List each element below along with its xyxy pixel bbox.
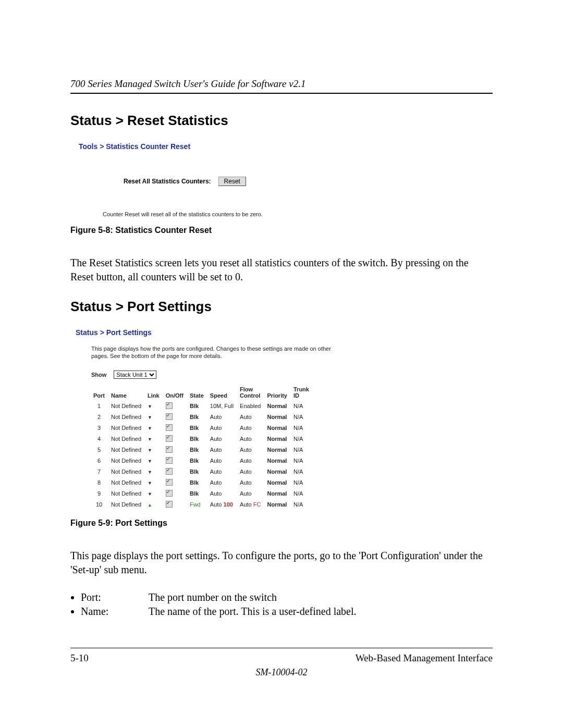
cell-priority: Normal xyxy=(265,423,291,434)
cell-name: Not Defined xyxy=(109,477,145,488)
field-term: Port: xyxy=(81,591,149,603)
heading-port-settings: Status > Port Settings xyxy=(70,299,493,315)
cell-onoff xyxy=(164,401,188,412)
cell-trunk-id: N/A xyxy=(291,488,313,499)
footer-title: Web-Based Management Interface xyxy=(356,652,493,664)
checkbox-icon[interactable] xyxy=(166,468,173,475)
cell-priority: Normal xyxy=(265,455,291,466)
breadcrumb: Status > Port Settings xyxy=(76,328,347,337)
cell-speed: 10M, Full xyxy=(208,401,238,412)
checkbox-icon[interactable] xyxy=(166,490,173,497)
cell-state: Blk xyxy=(188,434,208,445)
table-row: 10Not DefinedFwdAuto 100Auto FCNormalN/A xyxy=(91,499,313,510)
cell-speed: Auto xyxy=(208,423,238,434)
table-row: 3Not DefinedBlkAutoAutoNormalN/A xyxy=(91,423,313,434)
link-down-icon xyxy=(145,488,164,499)
table-row: 5Not DefinedBlkAutoAutoNormalN/A xyxy=(91,445,313,455)
port-settings-table: Port Name Link On/Off State Speed Flow C… xyxy=(91,385,313,510)
checkbox-icon[interactable] xyxy=(166,424,173,431)
checkbox-icon[interactable] xyxy=(166,402,173,409)
cell-name: Not Defined xyxy=(109,499,145,510)
cell-onoff xyxy=(164,499,188,510)
cell-onoff xyxy=(164,434,188,445)
heading-reset-statistics: Status > Reset Statistics xyxy=(70,113,493,129)
cell-port: 1 xyxy=(91,401,109,412)
cell-trunk-id: N/A xyxy=(291,455,313,466)
cell-port: 8 xyxy=(91,477,109,488)
document-number: SM-10004-02 xyxy=(70,667,493,678)
stack-unit-select[interactable]: Stack Unit 1 xyxy=(114,371,156,379)
figure-caption-5-8: Figure 5-8: Statistics Counter Reset xyxy=(70,226,493,235)
col-priority: Priority xyxy=(265,385,291,401)
cell-priority: Normal xyxy=(265,412,291,423)
cell-state: Fwd xyxy=(188,499,208,510)
cell-speed: Auto xyxy=(208,412,238,423)
reset-button[interactable]: Reset xyxy=(218,177,246,186)
screenshot-stats-reset: Tools > Statistics Counter Reset Reset A… xyxy=(79,142,329,217)
cell-flowcontrol: Auto xyxy=(238,466,265,477)
cell-state: Blk xyxy=(188,477,208,488)
cell-name: Not Defined xyxy=(109,423,145,434)
body-text-2: This page displays the port settings. To… xyxy=(70,549,493,577)
cell-trunk-id: N/A xyxy=(291,412,313,423)
cell-speed: Auto 100 xyxy=(208,499,238,510)
figure-caption-5-9: Figure 5-9: Port Settings xyxy=(70,519,493,528)
checkbox-icon[interactable] xyxy=(166,446,173,453)
cell-port: 6 xyxy=(91,455,109,466)
cell-flowcontrol: Enabled xyxy=(238,401,265,412)
cell-priority: Normal xyxy=(265,499,291,510)
cell-priority: Normal xyxy=(265,466,291,477)
cell-speed: Auto xyxy=(208,488,238,499)
checkbox-icon[interactable] xyxy=(166,457,173,464)
link-down-icon xyxy=(145,412,164,423)
link-down-icon xyxy=(145,466,164,477)
cell-name: Not Defined xyxy=(109,401,145,412)
document-page: 700 Series Managed Switch User's Guide f… xyxy=(0,0,563,728)
cell-flowcontrol: Auto xyxy=(238,455,265,466)
table-row: 8Not DefinedBlkAutoAutoNormalN/A xyxy=(91,477,313,488)
cell-trunk-id: N/A xyxy=(291,423,313,434)
cell-port: 9 xyxy=(91,488,109,499)
page-footer: 5-10 Web-Based Management Interface SM-1… xyxy=(70,648,493,678)
cell-speed: Auto xyxy=(208,445,238,455)
breadcrumb: Tools > Statistics Counter Reset xyxy=(79,142,329,151)
checkbox-icon[interactable] xyxy=(166,413,173,420)
cell-port: 10 xyxy=(91,499,109,510)
page-number: 5-10 xyxy=(70,652,89,664)
field-description: The name of the port. This is a user-def… xyxy=(149,606,357,618)
cell-flowcontrol: Auto FC xyxy=(238,499,265,510)
cell-onoff xyxy=(164,477,188,488)
cell-onoff xyxy=(164,455,188,466)
cell-flowcontrol: Auto xyxy=(238,434,265,445)
link-up-icon xyxy=(145,499,164,510)
checkbox-icon[interactable] xyxy=(166,479,173,486)
cell-onoff xyxy=(164,466,188,477)
col-speed: Speed xyxy=(208,385,238,401)
link-down-icon xyxy=(145,434,164,445)
table-row: 6Not DefinedBlkAutoAutoNormalN/A xyxy=(91,455,313,466)
cell-flowcontrol: Auto xyxy=(238,477,265,488)
cell-state: Blk xyxy=(188,488,208,499)
cell-trunk-id: N/A xyxy=(291,434,313,445)
cell-onoff xyxy=(164,488,188,499)
cell-name: Not Defined xyxy=(109,434,145,445)
cell-port: 4 xyxy=(91,434,109,445)
field-definitions: Port:The port number on the switchName:T… xyxy=(81,591,493,618)
cell-state: Blk xyxy=(188,412,208,423)
cell-trunk-id: N/A xyxy=(291,477,313,488)
cell-name: Not Defined xyxy=(109,488,145,499)
cell-speed: Auto xyxy=(208,477,238,488)
link-down-icon xyxy=(145,445,164,455)
cell-trunk-id: N/A xyxy=(291,499,313,510)
cell-onoff xyxy=(164,423,188,434)
checkbox-icon[interactable] xyxy=(166,435,173,442)
cell-speed: Auto xyxy=(208,434,238,445)
cell-priority: Normal xyxy=(265,477,291,488)
link-down-icon xyxy=(145,455,164,466)
cell-onoff xyxy=(164,412,188,423)
cell-state: Blk xyxy=(188,401,208,412)
cell-flowcontrol: Auto xyxy=(238,412,265,423)
cell-flowcontrol: Auto xyxy=(238,445,265,455)
cell-speed: Auto xyxy=(208,455,238,466)
checkbox-icon[interactable] xyxy=(166,501,173,508)
